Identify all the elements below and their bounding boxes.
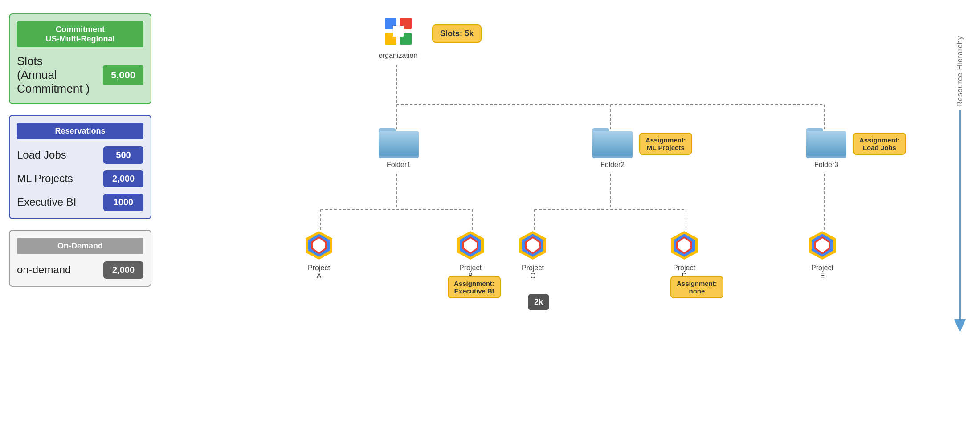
svg-point-47: [680, 241, 689, 250]
folder3-label: Folder3: [814, 161, 838, 169]
svg-point-32: [314, 241, 323, 250]
assignment-executive-bi-badge: Assignment:Executive BI: [448, 276, 501, 298]
folder2-icon: [592, 125, 633, 158]
project-e-node: ProjectE: [806, 229, 838, 280]
project-a-label: ProjectA: [308, 264, 330, 280]
resource-hierarchy: Resource Hierarchy: [953, 36, 967, 333]
commitment-box: CommitmentCommitment US-Multi-Regional U…: [9, 13, 151, 104]
reservation-value-ml-projects: 2,000: [103, 170, 143, 187]
reservation-label-ml-projects: ML Projects: [17, 172, 73, 185]
hierarchy-label: Resource Hierarchy: [956, 36, 964, 106]
ondemand-label: on-demand: [17, 264, 71, 276]
folder1-node: Folder1: [379, 125, 419, 169]
diagram-area: organization Slots: 5k Folder1: [160, 0, 980, 439]
project-a-node: ProjectA: [303, 229, 335, 280]
slots-badge: Slots: 5k: [432, 24, 482, 43]
ondemand-value: 2,000: [103, 261, 143, 279]
svg-rect-24: [592, 131, 633, 156]
reservation-value-executive-bi: 1000: [103, 194, 143, 211]
svg-point-42: [528, 241, 537, 250]
project-b-icon: [454, 229, 486, 261]
folder2-node: Folder2: [592, 125, 633, 169]
reservation-label-executive-bi: Executive BI: [17, 196, 76, 208]
folder2-label: Folder2: [600, 161, 625, 169]
reservation-label-load-jobs: Load Jobs: [17, 149, 66, 161]
reservation-value-load-jobs: 500: [103, 146, 143, 164]
ondemand-header: On-Demand: [17, 238, 143, 254]
svg-point-37: [466, 241, 475, 250]
folder3-icon: [806, 125, 846, 158]
assignment-load-jobs-badge: Assignment:Load Jobs: [853, 133, 906, 155]
reservation-ml-projects: ML Projects 2,000: [17, 170, 143, 187]
project-c-label: ProjectC: [522, 264, 544, 280]
reservation-load-jobs: Load Jobs 500: [17, 146, 143, 164]
commitment-slots-value: 5,000: [103, 65, 143, 85]
google-logo-icon: [380, 13, 416, 49]
org-node: organization: [379, 13, 417, 60]
svg-rect-27: [806, 131, 846, 156]
folder1-label: Folder1: [387, 161, 411, 169]
project-e-label: ProjectE: [811, 264, 833, 280]
hierarchy-arrow-icon: [953, 110, 967, 333]
dark-2k-badge: 2k: [528, 294, 549, 310]
svg-point-52: [818, 241, 827, 250]
project-a-icon: [303, 229, 335, 261]
project-d-icon: [668, 229, 700, 261]
folder3-node: Folder3: [806, 125, 846, 169]
svg-rect-18: [393, 26, 404, 37]
reservations-header: Reservations: [17, 123, 143, 139]
assignment-none-badge: Assignment:none: [670, 276, 723, 298]
org-label: organization: [379, 52, 417, 60]
diagram-lines: [160, 0, 980, 439]
reservation-executive-bi: Executive BI 1000: [17, 194, 143, 211]
folder1-icon: [379, 125, 419, 158]
reservations-box: Reservations Load Jobs 500 ML Projects 2…: [9, 115, 151, 219]
left-panel: CommitmentCommitment US-Multi-Regional U…: [0, 0, 160, 439]
project-d-node: ProjectD: [668, 229, 700, 280]
commitment-slots-label: Slots(AnnualCommitment ): [17, 54, 90, 96]
commitment-header: CommitmentCommitment US-Multi-Regional U…: [17, 21, 143, 47]
project-c-icon: [517, 229, 549, 261]
ondemand-box: On-Demand on-demand 2,000: [9, 230, 151, 287]
svg-marker-54: [954, 319, 966, 333]
project-e-icon: [806, 229, 838, 261]
project-b-node: ProjectB: [454, 229, 486, 280]
assignment-ml-projects-badge: Assignment:ML Projects: [639, 133, 692, 155]
project-c-node: ProjectC: [517, 229, 549, 280]
svg-rect-21: [379, 131, 419, 156]
